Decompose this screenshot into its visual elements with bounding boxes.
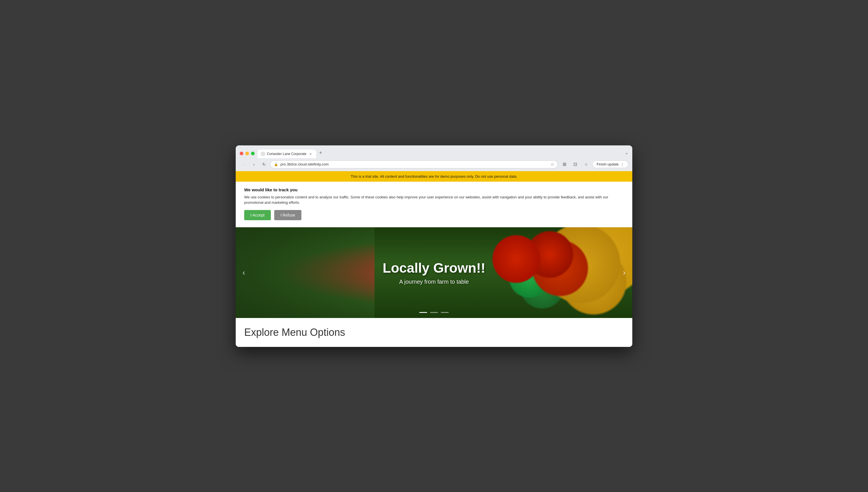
trial-banner-text: This is a trial site. All content and fu… [351, 174, 517, 178]
address-bar-container[interactable]: 🔒 ☆ [270, 161, 558, 168]
refuse-cookies-button[interactable]: I Refuse [274, 210, 301, 220]
forward-button[interactable]: › [250, 161, 258, 168]
hero-slider: ‹ › Locally Grown!! A journey from farm … [236, 227, 632, 318]
tab-title: Coriander Lane Corporate [267, 152, 306, 156]
hero-subtitle: A journey from farm to table [383, 278, 486, 285]
cast-button[interactable]: ⊡ [571, 160, 580, 169]
slider-dot-2[interactable] [430, 312, 438, 313]
hero-content: Locally Grown!! A journey from farm to t… [383, 260, 486, 285]
slider-next-button[interactable]: › [620, 265, 628, 280]
nav-bar: ‹ › ↻ 🔒 ☆ ⊞ ⊡ ○ Finish update ⋮ [236, 158, 632, 171]
browser-window: Coriander Lane Corporate × + ⌄ ‹ › ↻ 🔒 ☆… [236, 145, 632, 347]
explore-section: Explore Menu Options [236, 318, 632, 347]
window-dropdown[interactable]: ⌄ [624, 150, 628, 158]
hero-title: Locally Grown!! [383, 260, 486, 276]
secure-icon: 🔒 [274, 163, 278, 166]
tab-bar: Coriander Lane Corporate × + [257, 148, 624, 158]
bookmark-icon[interactable]: ☆ [551, 162, 554, 167]
address-input[interactable] [280, 162, 548, 166]
slider-dot-3[interactable] [441, 312, 449, 313]
back-button[interactable]: ‹ [240, 161, 248, 168]
explore-menu-title: Explore Menu Options [244, 326, 624, 338]
accept-cookies-button[interactable]: I Accept [244, 210, 271, 220]
extensions-button[interactable]: ⊞ [560, 160, 569, 169]
page-content: This is a trial site. All content and fu… [236, 171, 632, 347]
nav-actions: ⊞ ⊡ ○ Finish update ⋮ [560, 160, 628, 169]
new-tab-button[interactable]: + [316, 148, 325, 158]
close-traffic-light[interactable] [240, 152, 244, 155]
slider-dots [419, 312, 449, 313]
trial-banner: This is a trial site. All content and fu… [236, 171, 632, 182]
cookie-consent-title: We would like to track you [244, 187, 624, 192]
active-tab[interactable]: Coriander Lane Corporate × [257, 150, 316, 158]
profile-button[interactable]: ○ [582, 160, 591, 169]
finish-update-label: Finish update [596, 162, 619, 166]
slider-dot-1[interactable] [419, 312, 427, 313]
traffic-lights [240, 152, 255, 158]
tab-close-button[interactable]: × [308, 152, 313, 156]
cookie-consent-panel: We would like to track you We use cookie… [236, 182, 632, 227]
finish-update-button[interactable]: Finish update ⋮ [592, 161, 628, 168]
minimize-traffic-light[interactable] [245, 152, 249, 155]
maximize-traffic-light[interactable] [251, 152, 255, 155]
slider-prev-button[interactable]: ‹ [240, 265, 248, 280]
tab-favicon [261, 152, 265, 156]
cookie-consent-buttons: I Accept I Refuse [244, 210, 624, 220]
reload-button[interactable]: ↻ [260, 161, 268, 168]
finish-update-more-icon: ⋮ [620, 162, 624, 166]
cookie-consent-text: We use cookies to personalize content an… [244, 194, 624, 205]
title-bar: Coriander Lane Corporate × + ⌄ [236, 145, 632, 158]
